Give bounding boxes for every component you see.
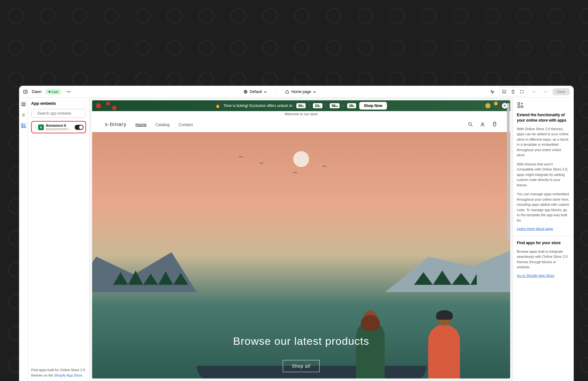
svg-point-3: [70, 91, 71, 92]
embed-toggle[interactable]: [75, 125, 84, 130]
timer-seconds: 28s: [347, 103, 356, 108]
svg-rect-18: [518, 106, 520, 108]
panel-title: Extend the functionality of your online …: [517, 112, 570, 123]
account-icon[interactable]: [480, 122, 485, 127]
chevron-down-icon: ⌄: [34, 125, 36, 129]
iconbar: [19, 98, 28, 381]
store-name: x-binary: [105, 121, 126, 128]
nav-contact[interactable]: Contact: [179, 122, 193, 127]
cart-icon[interactable]: [492, 122, 497, 127]
nav-catalog[interactable]: Catalog: [155, 122, 170, 127]
announcement-bar: 🔥 Time is ticking! Exclusive offers unlo…: [92, 100, 510, 111]
embed-name: Announce It: [46, 124, 73, 127]
exit-icon[interactable]: [23, 89, 28, 94]
more-menu-icon[interactable]: [65, 88, 72, 95]
hero-person-1: [356, 321, 385, 378]
svg-rect-9: [22, 105, 25, 106]
sidebar: App embeds ⌄ a Announce It announcement-…: [28, 98, 90, 381]
globe-icon: [243, 90, 248, 94]
search-input[interactable]: [31, 109, 86, 118]
svg-rect-7: [22, 102, 25, 103]
welcome-text: Welcome to our store: [92, 111, 510, 117]
redo-button[interactable]: [541, 87, 550, 96]
topbar: Dawn Live Default Home page: [19, 86, 574, 98]
app-embed-item[interactable]: ⌄ a Announce It announcement-local-so...: [31, 121, 86, 133]
desktop-view-button[interactable]: [500, 88, 508, 96]
app-store-link[interactable]: Shopify App Store: [54, 373, 82, 377]
svg-point-1: [67, 91, 68, 92]
undo-button[interactable]: [530, 87, 538, 96]
svg-point-15: [469, 123, 471, 125]
panel-section-title: Find apps for your store: [517, 240, 570, 246]
panel-text: Browse apps built to integrate seamlessl…: [517, 249, 570, 270]
svg-rect-5: [503, 90, 506, 92]
chevron-down-icon: [313, 90, 316, 93]
timer-days: 00d: [296, 103, 306, 108]
svg-rect-17: [518, 103, 520, 104]
shop-now-button[interactable]: Shop Now: [359, 102, 387, 110]
sidebar-footer: Find apps built for Online Store 2.0 the…: [31, 367, 86, 378]
hero-person-2: [428, 324, 460, 378]
preview-area: 🔥 Time is ticking! Exclusive offers unlo…: [90, 98, 513, 381]
embed-subtitle: announcement-local-so...: [46, 127, 73, 131]
svg-rect-11: [22, 124, 23, 125]
hero-section: 〜 〜 〜 〜 Browse our latest products Shop …: [92, 132, 510, 378]
timer-minutes: 58m: [330, 103, 340, 108]
nav-home[interactable]: Home: [135, 122, 146, 127]
search-icon[interactable]: [468, 122, 473, 127]
learn-more-link[interactable]: Learn more about apps: [517, 227, 570, 231]
svg-point-10: [23, 114, 24, 116]
scrollbar[interactable]: [507, 103, 510, 239]
close-icon[interactable]: ✕: [502, 103, 508, 109]
sections-tab[interactable]: [20, 101, 27, 107]
home-icon: [285, 90, 289, 94]
panel-text: You can manage apps embedded throughout …: [517, 191, 570, 223]
right-panel: Extend the functionality of your online …: [513, 98, 574, 381]
chevron-down-icon: [264, 90, 267, 93]
announcement-text: Time is ticking! Exclusive offers unlock…: [223, 104, 293, 108]
svg-point-16: [482, 123, 483, 124]
svg-rect-12: [22, 126, 23, 128]
app-embeds-tab[interactable]: [20, 123, 27, 129]
apps-icon: [517, 102, 570, 109]
svg-rect-13: [24, 126, 25, 128]
panel-text: With Online Store 2.0 themes, apps can b…: [517, 126, 570, 158]
theme-editor-window: Dawn Live Default Home page: [19, 86, 574, 381]
fullscreen-view-button[interactable]: [518, 88, 526, 96]
store-header: x-binary Home Catalog Contact: [92, 117, 510, 132]
inspector-icon[interactable]: [488, 87, 497, 96]
svg-rect-19: [521, 106, 523, 108]
save-button[interactable]: Save: [552, 88, 570, 95]
app-store-link[interactable]: Go to Shopify App Store: [517, 274, 570, 277]
mobile-view-button[interactable]: [509, 88, 517, 96]
svg-rect-8: [22, 104, 25, 105]
theme-name: Dawn: [32, 90, 42, 94]
template-dropdown[interactable]: Default: [241, 88, 269, 95]
hero-title: Browse our latest products: [233, 335, 369, 347]
device-preview-group: [499, 87, 527, 97]
svg-point-2: [68, 91, 69, 92]
theme-settings-tab[interactable]: [20, 112, 27, 118]
app-icon: a: [38, 124, 44, 130]
panel-text: With themes that aren't compatible with …: [517, 162, 570, 188]
shop-all-button[interactable]: Shop all: [283, 360, 320, 372]
live-badge: Live: [45, 89, 61, 94]
timer-hours: 23h: [313, 103, 322, 108]
svg-rect-6: [512, 90, 514, 93]
sidebar-title: App embeds: [31, 101, 86, 106]
page-dropdown[interactable]: Home page: [282, 88, 319, 95]
